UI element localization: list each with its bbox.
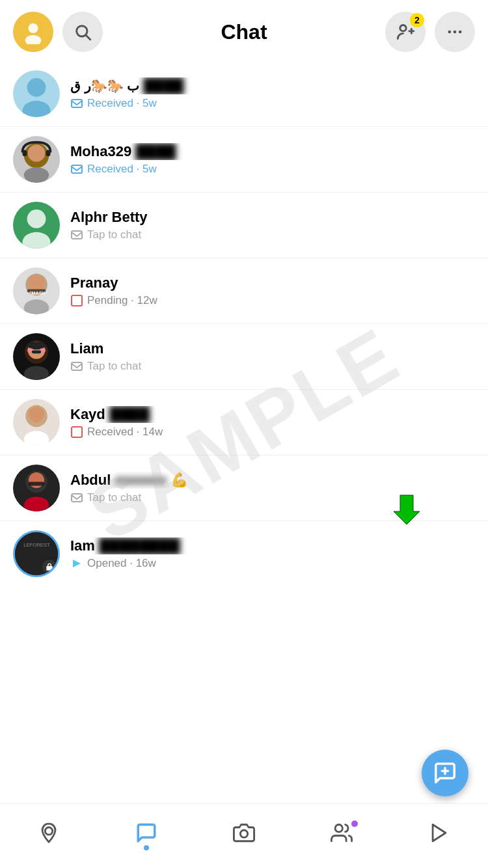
svg-point-7 [448, 31, 452, 34]
chat-status: Received · 5w [70, 97, 475, 110]
active-nav-indicator [144, 845, 149, 850]
nav-map[interactable] [27, 817, 70, 849]
status-text: Tap to chat [87, 360, 141, 373]
svg-rect-35 [72, 362, 82, 370]
chat-avatar [13, 70, 60, 117]
chat-info: Moha329 ████ Received · 5w [70, 143, 475, 176]
nav-friends[interactable] [320, 817, 363, 849]
svg-rect-27 [72, 295, 82, 306]
status-text: Pending · 12w [87, 294, 157, 307]
received-icon [70, 97, 83, 110]
svg-marker-55 [433, 824, 446, 841]
svg-point-1 [25, 35, 42, 44]
chat-name: Moha329 ████ [70, 143, 475, 160]
chat-status: Opened · 16w [70, 557, 475, 570]
chat-name: ب 🐎🐎ر ق ████ [70, 77, 475, 94]
user-avatar[interactable] [13, 12, 53, 52]
svg-rect-18 [72, 165, 82, 173]
svg-rect-33 [32, 350, 41, 353]
chat-name: Liam [70, 340, 475, 357]
svg-point-41 [29, 472, 44, 488]
svg-point-10 [27, 78, 46, 97]
chat-info: Alphr Betty Tap to chat [70, 209, 475, 241]
chat-avatar [13, 333, 60, 380]
chat-name: Iam ████████ [70, 537, 475, 554]
chat-info: Kayd ████ Received · 14w [70, 406, 475, 439]
svg-point-4 [400, 25, 406, 31]
friends-notification-dot [351, 821, 358, 827]
svg-point-0 [28, 23, 38, 33]
svg-point-17 [24, 167, 49, 183]
received-pending-icon [70, 426, 83, 439]
chat-item[interactable]: Kayd ████ Received · 14w [0, 390, 488, 455]
chat-name: Alphr Betty [70, 209, 475, 226]
bottom-navigation [0, 803, 488, 868]
svg-rect-42 [29, 481, 44, 485]
chat-item[interactable]: "MASK" Pranay Pending · 12w [0, 258, 488, 324]
chat-info: Pranay Pending · 12w [70, 275, 475, 307]
svg-point-26 [24, 299, 49, 314]
nav-chat[interactable] [125, 817, 168, 849]
chat-item[interactable]: ب 🐎🐎ر ق ████ Received · 5w [0, 61, 488, 127]
page-title: Chat [221, 20, 267, 44]
chat-status: Pending · 12w [70, 294, 475, 307]
more-options-button[interactable] [435, 12, 475, 52]
chat-name: Kayd ████ [70, 406, 475, 423]
svg-point-34 [24, 366, 49, 380]
chat-status: Tap to chat [70, 360, 475, 373]
nav-stories[interactable] [418, 817, 461, 849]
status-text: Received · 5w [87, 97, 157, 110]
chat-item[interactable]: Abdul ●●●●●● 💪 Tap to chat [0, 455, 488, 521]
chat-avatar: "MASK" [13, 267, 60, 314]
chat-avatar [13, 465, 60, 511]
chat-name: Pranay [70, 275, 475, 292]
svg-point-11 [22, 101, 50, 117]
tap-to-chat-icon [70, 360, 83, 373]
chat-item[interactable]: Liam Tap to chat [0, 324, 488, 390]
svg-point-53 [240, 830, 247, 837]
received-icon [70, 163, 83, 176]
status-text: Received · 5w [87, 163, 157, 176]
chat-status: Tap to chat [70, 228, 475, 241]
chat-info: Liam Tap to chat [70, 340, 475, 373]
add-friend-badge: 2 [410, 13, 424, 27]
header: Chat 2 [0, 0, 488, 61]
svg-rect-44 [72, 494, 82, 502]
chat-item[interactable]: LEFOREST Iam ████████ Opened · 16w [0, 521, 488, 586]
chat-item[interactable]: Moha329 ████ Received · 5w [0, 127, 488, 193]
svg-text:"MASK": "MASK" [29, 290, 47, 296]
tap-to-chat-icon [70, 228, 83, 241]
status-text: Tap to chat [87, 228, 141, 241]
opened-icon [70, 557, 83, 570]
status-text: Opened · 16w [87, 557, 156, 570]
svg-point-54 [335, 824, 342, 832]
nav-camera[interactable] [223, 817, 265, 849]
svg-point-8 [454, 31, 457, 34]
status-text: Tap to chat [87, 491, 141, 504]
svg-point-20 [22, 232, 50, 249]
svg-marker-45 [394, 495, 420, 524]
svg-rect-48 [46, 566, 52, 571]
svg-point-23 [29, 275, 44, 291]
tap-to-chat-icon [70, 491, 83, 504]
svg-line-3 [86, 35, 90, 39]
svg-point-9 [459, 31, 462, 34]
chat-status: Received · 5w [70, 163, 475, 176]
chat-list: ب 🐎🐎ر ق ████ Received · 5w [0, 61, 488, 586]
pending-icon [70, 294, 83, 307]
status-text: Received · 14w [87, 426, 163, 439]
search-button[interactable] [62, 12, 103, 52]
chat-avatar: LEFOREST [13, 530, 60, 577]
new-chat-fab[interactable] [422, 750, 468, 796]
svg-rect-39 [72, 427, 82, 437]
svg-point-14 [28, 144, 45, 161]
chat-info: ب 🐎🐎ر ق ████ Received · 5w [70, 77, 475, 110]
chat-item[interactable]: Alphr Betty Tap to chat [0, 193, 488, 258]
add-friend-button[interactable]: 2 [385, 12, 426, 52]
svg-rect-12 [72, 100, 82, 107]
chat-info: Iam ████████ Opened · 16w [70, 537, 475, 570]
chat-avatar [13, 399, 60, 446]
svg-point-37 [29, 407, 44, 422]
svg-point-38 [24, 431, 49, 446]
svg-point-52 [45, 827, 52, 834]
